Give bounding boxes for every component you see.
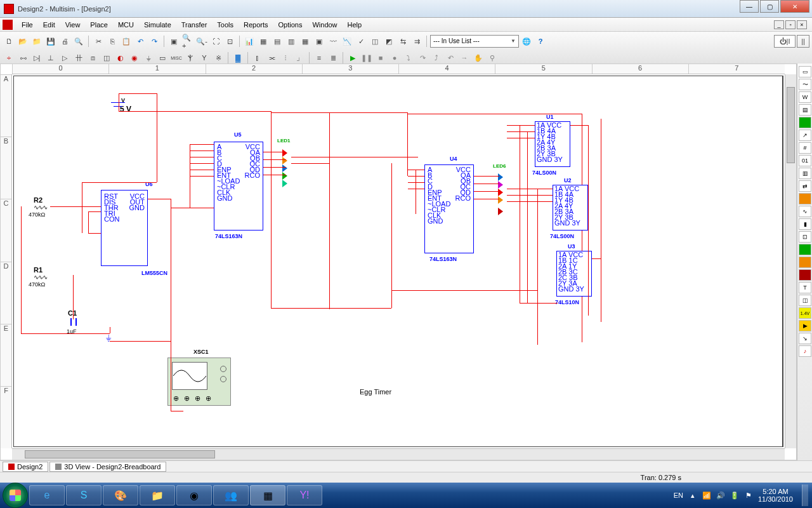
place-misc-icon[interactable]: ◫ bbox=[100, 51, 113, 64]
place-analog-icon[interactable]: ▷ bbox=[58, 51, 71, 64]
led-blue[interactable] bbox=[282, 164, 287, 172]
funcgen-icon[interactable]: 〜 bbox=[799, 79, 811, 90]
zoomfit-icon[interactable]: ⊡ bbox=[223, 35, 236, 48]
horizontal-scrollbar[interactable] bbox=[12, 448, 785, 460]
place-power-icon[interactable]: ⏚ bbox=[142, 51, 155, 64]
step-back-icon[interactable]: ↶ bbox=[444, 51, 457, 64]
comp-u1[interactable]: 1A VCC1B 4A1Y 4B2A 4Y2B 3A2Y 3BGND 3Y bbox=[535, 121, 570, 167]
vscroll-thumb[interactable] bbox=[787, 87, 795, 163]
breakpoint-icon[interactable]: ✋ bbox=[472, 51, 485, 64]
task-ie[interactable]: e bbox=[29, 485, 65, 505]
led8-red[interactable] bbox=[498, 189, 503, 196]
tray-network-icon[interactable]: 📶 bbox=[702, 491, 711, 500]
agilent-fg-icon[interactable] bbox=[799, 244, 811, 255]
measurement-icon[interactable]: ↘ bbox=[799, 333, 811, 344]
led-green[interactable] bbox=[282, 172, 287, 180]
led7-magenta[interactable] bbox=[498, 181, 503, 189]
tray-lang[interactable]: EN bbox=[674, 491, 683, 499]
in-use-list-combo[interactable]: --- In Use List --- bbox=[430, 35, 519, 48]
task-yahoo[interactable]: Y! bbox=[287, 485, 322, 505]
wizard-icon[interactable]: ▣ bbox=[313, 35, 325, 48]
probe-voltage-icon[interactable]: 1.4V bbox=[799, 307, 811, 319]
tray-up-icon[interactable]: ▴ bbox=[688, 491, 697, 500]
probe-icon[interactable]: ⚲ bbox=[486, 51, 499, 64]
zoomout-icon[interactable]: 🔍- bbox=[195, 35, 208, 48]
distortion-icon[interactable]: ∿ bbox=[799, 206, 811, 217]
agilent-mm-icon[interactable] bbox=[799, 257, 811, 268]
grapher-icon[interactable]: ▦ bbox=[257, 35, 270, 48]
step-over-icon[interactable]: ↷ bbox=[416, 51, 429, 64]
bode-icon[interactable]: ↗ bbox=[799, 130, 811, 141]
place-ttl-icon[interactable]: 卄 bbox=[72, 51, 85, 64]
zoomarea-icon[interactable]: ⛶ bbox=[209, 35, 222, 48]
place-indicator-icon[interactable]: ◉ bbox=[128, 51, 141, 64]
preview-icon[interactable]: 🔍 bbox=[72, 35, 85, 48]
place-misc2-icon[interactable]: ▭ bbox=[156, 51, 169, 64]
globe-icon[interactable]: 🌐 bbox=[520, 35, 533, 48]
place-net-icon[interactable]: ⸽ bbox=[279, 51, 292, 64]
fullscreen-icon[interactable]: ▣ bbox=[167, 35, 180, 48]
task-multisim[interactable]: ▦ bbox=[250, 485, 285, 505]
led9-orange[interactable] bbox=[498, 196, 503, 204]
tray-battery-icon[interactable]: 🔋 bbox=[730, 491, 739, 500]
menu-view[interactable]: View bbox=[60, 20, 86, 30]
place-bus-icon[interactable]: ⫿ bbox=[251, 51, 264, 64]
new-icon[interactable]: 🗋 bbox=[3, 35, 15, 48]
forward-annotate-icon[interactable]: ⇉ bbox=[410, 35, 423, 48]
menu-transfer[interactable]: Transfer bbox=[176, 20, 213, 30]
print-icon[interactable]: 🖨 bbox=[58, 35, 71, 48]
menu-place[interactable]: Place bbox=[85, 20, 113, 30]
start-button[interactable] bbox=[3, 483, 28, 508]
comp-u3[interactable]: 1A VCC1B 1C2A 1Y2B 3C2C 3B2Y 3AGND 3Y bbox=[556, 251, 592, 297]
current-probe-icon[interactable]: ▶ bbox=[799, 320, 811, 331]
tek-scope-icon[interactable]: T bbox=[799, 282, 811, 293]
save-icon[interactable]: 💾 bbox=[44, 35, 57, 48]
menu-help[interactable]: Help bbox=[343, 20, 367, 30]
agilent-scope-icon[interactable] bbox=[799, 269, 811, 281]
led-teal[interactable] bbox=[282, 180, 287, 187]
menu-file[interactable]: File bbox=[16, 20, 38, 30]
word-gen-icon[interactable]: 01 bbox=[799, 155, 811, 166]
breadboard-icon[interactable]: ▥ bbox=[285, 35, 298, 48]
spreadsheet-icon[interactable]: 📊 bbox=[243, 35, 256, 48]
postprocessor-icon[interactable]: 📉 bbox=[341, 35, 353, 48]
step-into-icon[interactable]: ⤵ bbox=[402, 51, 415, 64]
place-transistor-icon[interactable]: ⊥ bbox=[44, 51, 57, 64]
iv-analyzer-icon[interactable] bbox=[799, 193, 811, 204]
led10-darkred[interactable] bbox=[498, 208, 503, 215]
multimeter-icon[interactable]: ▭ bbox=[799, 66, 811, 77]
led6-blue[interactable] bbox=[498, 173, 503, 181]
minimize-button[interactable]: — bbox=[740, 0, 759, 13]
postproc-icon[interactable]: ▤ bbox=[271, 35, 284, 48]
comp-u6[interactable]: RSTDISTHRTRICON VCCOUTGND bbox=[101, 190, 148, 266]
help-icon[interactable]: ? bbox=[534, 35, 547, 48]
pause-sim-icon[interactable]: || bbox=[797, 35, 809, 48]
ultiboard-icon[interactable]: ◩ bbox=[383, 35, 395, 48]
tray-volume-icon[interactable]: 🔊 bbox=[716, 491, 725, 500]
freq-counter-icon[interactable]: # bbox=[799, 142, 811, 154]
run-icon[interactable]: ▶ bbox=[346, 51, 359, 64]
spectrum-icon[interactable]: ▮ bbox=[799, 218, 811, 230]
comp-u2[interactable]: 1A VCC1B 4A1Y 4B2A 4Y2B 3A2Y 3BGND 3Y bbox=[553, 185, 588, 231]
logic-converter-icon[interactable]: ⇄ bbox=[799, 180, 811, 192]
undo-icon[interactable]: ↶ bbox=[134, 35, 147, 48]
place-junction-icon[interactable]: 」 bbox=[293, 51, 306, 64]
menu-window[interactable]: Window bbox=[307, 20, 342, 30]
close-button[interactable]: ✕ bbox=[780, 0, 809, 13]
oscilloscope[interactable]: ⊕⊕⊕⊕ bbox=[167, 358, 231, 406]
place-hierarchical-icon[interactable]: ▓ bbox=[232, 51, 244, 64]
task-skype[interactable]: S bbox=[66, 485, 102, 505]
place-mixed-icon[interactable]: ◐ bbox=[114, 51, 127, 64]
show-desktop-button[interactable] bbox=[802, 485, 808, 506]
align-left-icon[interactable]: ≡ bbox=[313, 51, 325, 64]
pause-icon[interactable]: ❚❚ bbox=[360, 51, 373, 64]
paste-icon[interactable]: 📋 bbox=[120, 35, 133, 48]
place-advanced-icon[interactable]: MISC bbox=[170, 51, 183, 64]
menu-edit[interactable]: Edit bbox=[38, 20, 60, 30]
task-chrome[interactable]: ◉ bbox=[176, 485, 212, 505]
mdi-close[interactable]: × bbox=[797, 20, 807, 29]
comp-u4[interactable]: ABCDENPENT~LOAD~CLRCLKGND VCCQAQBQCQDRCO bbox=[424, 164, 474, 253]
place-basic-icon[interactable]: ⧟ bbox=[16, 51, 29, 64]
align-right-icon[interactable]: ≣ bbox=[327, 51, 339, 64]
mdi-minimize[interactable]: _ bbox=[774, 20, 784, 29]
